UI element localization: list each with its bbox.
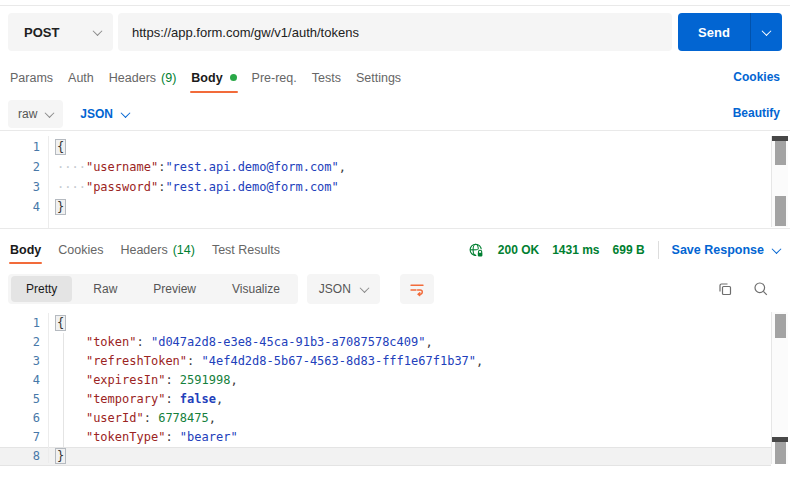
tab-label: Pre-req. xyxy=(252,71,297,85)
seg-pretty[interactable]: Pretty xyxy=(11,276,72,302)
tab-test-results[interactable]: Test Results xyxy=(212,236,280,264)
response-editor-scrollbar[interactable] xyxy=(771,312,788,464)
code-line-8[interactable]: 8} xyxy=(0,447,771,466)
tab-auth[interactable]: Auth xyxy=(68,62,94,93)
tab-label: Raw xyxy=(93,282,117,296)
save-response-button[interactable]: Save Response xyxy=(672,243,780,257)
code-text: "temporary": false, xyxy=(40,390,223,409)
tab-body[interactable]: Body xyxy=(10,236,41,264)
tab-settings[interactable]: Settings xyxy=(356,62,401,93)
code-text: "expiresIn": 2591998, xyxy=(40,371,238,390)
response-status-bar: 200 OK 1431 ms 699 B Save Response xyxy=(468,236,780,264)
code-line-6[interactable]: 6 "userId": 6778475, xyxy=(0,409,771,428)
tab-label: Preview xyxy=(153,282,196,296)
method-dropdown[interactable]: POST xyxy=(8,13,113,51)
wrap-lines-button[interactable] xyxy=(400,274,434,304)
network-globe-lock-icon[interactable] xyxy=(468,242,485,258)
raw-format-dropdown[interactable]: raw xyxy=(8,100,63,128)
tab-count: (14) xyxy=(173,243,195,257)
seg-preview[interactable]: Preview xyxy=(138,276,211,302)
response-tabs: BodyCookiesHeaders(14)Test Results xyxy=(10,236,490,264)
line-number: 2 xyxy=(0,157,40,177)
body-format-toolbar: raw JSON xyxy=(8,99,728,129)
chevron-down-icon xyxy=(121,108,131,118)
tab-pre-req-[interactable]: Pre-req. xyxy=(252,62,297,93)
scrollbar-thumb[interactable] xyxy=(775,141,786,165)
save-response-label: Save Response xyxy=(672,243,764,257)
line-number: 6 xyxy=(0,409,40,428)
request-editor-scrollbar[interactable] xyxy=(771,136,788,227)
tab-headers[interactable]: Headers(14) xyxy=(120,236,194,264)
code-line-1[interactable]: 1{ xyxy=(0,137,771,157)
response-body-editor[interactable]: 1{2 "token": "d047a2d8-e3e8-45ca-91b3-a7… xyxy=(0,314,771,466)
line-number: 4 xyxy=(0,197,40,217)
tab-label: Test Results xyxy=(212,243,280,257)
line-number: 3 xyxy=(0,177,40,197)
code-line-1[interactable]: 1{ xyxy=(0,314,771,333)
scrollbar-marker xyxy=(775,196,786,226)
code-line-2[interactable]: 2 "token": "d047a2d8-e3e8-45ca-91b3-a708… xyxy=(0,333,771,352)
tab-body[interactable]: Body xyxy=(191,62,236,93)
beautify-link[interactable]: Beautify xyxy=(733,106,780,120)
tab-headers[interactable]: Headers(9) xyxy=(109,62,177,93)
send-button[interactable]: Send xyxy=(678,13,750,51)
cookies-link[interactable]: Cookies xyxy=(733,70,780,84)
method-label: POST xyxy=(24,25,59,40)
code-line-7[interactable]: 7 "tokenType": "bearer" xyxy=(0,428,771,447)
request-tabs: ParamsAuthHeaders(9)BodyPre-req.TestsSet… xyxy=(10,62,780,93)
chevron-down-icon xyxy=(359,283,369,293)
line-number: 1 xyxy=(0,314,40,333)
code-text: "tokenType": "bearer" xyxy=(40,428,238,447)
gutter-divider xyxy=(48,136,49,228)
request-url-row: POST https://app.form.com/gw/v1/auth/tok… xyxy=(8,13,782,51)
send-options-button[interactable] xyxy=(750,13,782,51)
section-divider xyxy=(0,130,790,131)
tab-label: Visualize xyxy=(232,282,280,296)
status-badge: 200 OK xyxy=(498,243,539,257)
response-language-dropdown[interactable]: JSON xyxy=(307,274,380,304)
line-number: 1 xyxy=(0,137,40,157)
chevron-down-icon xyxy=(762,26,772,36)
line-number: 3 xyxy=(0,352,40,371)
code-text: } xyxy=(40,447,64,466)
code-line-5[interactable]: 5 "temporary": false, xyxy=(0,390,771,409)
code-line-4[interactable]: 4 "expiresIn": 2591998, xyxy=(0,371,771,390)
tab-params[interactable]: Params xyxy=(10,62,53,93)
response-view-toolbar: PrettyRawPreviewVisualize JSON xyxy=(8,274,782,304)
tab-cookies[interactable]: Cookies xyxy=(58,236,103,264)
tab-label: Cookies xyxy=(58,243,103,257)
language-label: JSON xyxy=(80,107,113,121)
url-text: https://app.form.com/gw/v1/auth/tokens xyxy=(132,25,359,40)
language-label: JSON xyxy=(319,282,351,296)
code-text: "refreshToken": "4ef4d2d8-5b67-4563-8d83… xyxy=(40,352,483,371)
scrollbar-thumb[interactable] xyxy=(775,314,786,338)
request-body-editor[interactable]: 1{2····"username":"rest.api.demo@form.co… xyxy=(0,137,771,217)
view-mode-segments: PrettyRawPreviewVisualize xyxy=(8,274,298,304)
tab-label: Pretty xyxy=(26,282,57,296)
tab-count: (9) xyxy=(161,71,176,85)
tab-label: Headers xyxy=(109,71,156,85)
request-language-dropdown[interactable]: JSON xyxy=(80,107,129,121)
tab-label: Settings xyxy=(356,71,401,85)
code-line-4[interactable]: 4} xyxy=(0,197,771,217)
seg-raw[interactable]: Raw xyxy=(78,276,132,302)
code-line-3[interactable]: 3 "refreshToken": "4ef4d2d8-5b67-4563-8d… xyxy=(0,352,771,371)
indent-guide xyxy=(63,333,64,447)
url-input[interactable]: https://app.form.com/gw/v1/auth/tokens xyxy=(118,13,672,51)
code-line-3[interactable]: 3····"password":"rest.api.demo@form.com" xyxy=(0,177,771,197)
tab-label: Body xyxy=(191,71,222,85)
line-number: 5 xyxy=(0,390,40,409)
tab-label: Body xyxy=(10,243,41,257)
code-text: } xyxy=(40,197,64,217)
line-number: 7 xyxy=(0,428,40,447)
send-button-group: Send xyxy=(678,13,782,51)
search-button[interactable] xyxy=(752,280,770,298)
copy-button[interactable] xyxy=(716,280,734,298)
tab-label: Headers xyxy=(120,243,167,257)
tab-label: Params xyxy=(10,71,53,85)
chevron-down-icon xyxy=(93,26,103,36)
tab-label: Auth xyxy=(68,71,94,85)
seg-visualize[interactable]: Visualize xyxy=(217,276,295,302)
code-line-2[interactable]: 2····"username":"rest.api.demo@form.com"… xyxy=(0,157,771,177)
tab-tests[interactable]: Tests xyxy=(312,62,341,93)
